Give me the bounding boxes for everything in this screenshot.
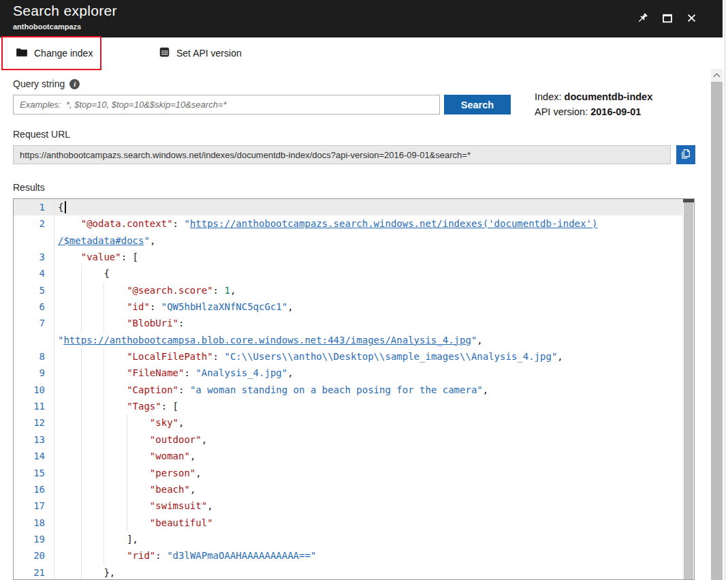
indent-guide (127, 431, 127, 448)
code-token: " (144, 235, 149, 246)
code-line: 8 "LocalFilePath": "C:\\Users\\antho\\De… (14, 348, 683, 365)
editor-scrollbar[interactable] (682, 199, 694, 579)
indent-guide (127, 465, 127, 481)
search-button[interactable]: Search (444, 95, 511, 115)
results-editor[interactable]: 1{2 "@odata.context": "https://anthoboot… (13, 198, 695, 580)
indent-guide (104, 382, 104, 398)
indent-guide (81, 498, 82, 514)
code-token: : (213, 351, 225, 362)
code-token (58, 550, 127, 561)
index-value: documentdb-index (565, 91, 653, 102)
indent-guide (81, 315, 82, 331)
line-number: 18 (14, 515, 54, 531)
code-token (58, 251, 81, 262)
query-string-label: Query string (13, 78, 65, 89)
code-line: 1{ (14, 199, 683, 215)
code-line: 12 "sky", (14, 414, 683, 431)
code-line: 11 "Tags": [ (14, 398, 683, 414)
indent-guide (104, 299, 104, 315)
code-link[interactable]: /$metadata#docs (58, 235, 144, 246)
change-index-label: Change index (34, 48, 93, 59)
results-code: 1{2 "@odata.context": "https://anthoboot… (14, 199, 683, 579)
editor-scrollbar-thumb[interactable] (684, 202, 693, 579)
indent-guide (104, 465, 104, 481)
indent-guide (81, 481, 82, 498)
indent-guide (81, 547, 82, 564)
query-string-label-row: Query string i (13, 78, 80, 89)
code-line: "https://anthobootcampsa.blob.core.windo… (14, 332, 683, 348)
line-number: 9 (14, 365, 54, 381)
blade-scrollbar[interactable] (711, 69, 723, 580)
code-line: 7 "BlobUri": (14, 315, 683, 331)
code-token: "swimsuit" (150, 500, 207, 511)
code-token: "beach" (150, 484, 190, 495)
indent-guide (81, 382, 82, 398)
maximize-icon[interactable] (661, 12, 674, 25)
indent-guide (81, 282, 82, 299)
indent-guide (127, 414, 127, 431)
code-token: ], (58, 534, 138, 545)
line-number (14, 332, 54, 348)
info-icon[interactable]: i (69, 79, 80, 89)
indent-guide (127, 498, 127, 514)
blade-header: Search explorer anthobootcampazs (0, 0, 723, 37)
keypad-icon (159, 46, 170, 60)
code-token: , (207, 500, 212, 511)
text-cursor (65, 201, 66, 213)
line-number: 12 (14, 414, 54, 431)
indent-guide (104, 398, 104, 414)
indent-guide (81, 414, 82, 431)
line-number: 7 (14, 315, 54, 331)
code-token: "C:\\Users\\antho\\Desktop\\sample_image… (224, 351, 557, 362)
code-token: "beautiful" (150, 517, 213, 528)
api-version-value: 2016-09-01 (590, 106, 641, 117)
request-url-label: Request URL (13, 129, 70, 140)
indent-guide (104, 515, 104, 531)
copy-button[interactable] (676, 145, 695, 164)
indent-guide (81, 265, 82, 281)
line-number: 15 (14, 465, 54, 481)
code-token: , (190, 484, 195, 495)
code-token (58, 218, 81, 229)
indent-guide (81, 448, 82, 464)
request-url-field[interactable] (13, 145, 671, 164)
indent-guide (127, 515, 127, 531)
close-icon[interactable] (685, 12, 698, 25)
code-link[interactable]: https://anthobootcampazs.search.windows.… (190, 218, 597, 229)
line-number: 10 (14, 382, 54, 398)
code-token (58, 301, 127, 312)
code-line: 6 "id": "QW5hbHlzaXNfNC5qcGc1", (14, 299, 683, 315)
code-line: 10 "Caption": "a woman standing on a bea… (14, 382, 683, 398)
code-token: "BlobUri" (127, 318, 178, 329)
set-api-version-button[interactable]: Set API version (159, 37, 242, 69)
indent-guide (81, 431, 82, 448)
query-string-input[interactable] (13, 95, 440, 115)
code-token: : [ (121, 251, 138, 262)
scroll-up-button[interactable] (711, 69, 723, 81)
line-number: 14 (14, 448, 54, 464)
line-number: 1 (14, 199, 54, 215)
blade-scrollbar-thumb[interactable] (711, 82, 723, 580)
code-token: "Caption" (127, 384, 178, 395)
code-line: 15 "person", (14, 465, 683, 481)
code-token: "Analysis_4.jpg" (195, 367, 287, 378)
code-token: : (178, 318, 184, 329)
change-index-button[interactable]: Change index (16, 37, 93, 69)
indent-guide (81, 348, 82, 365)
code-link[interactable]: https://anthobootcampsa.blob.core.window… (63, 335, 471, 346)
indent-guide (81, 398, 82, 414)
command-bar: Change index Set API version (0, 37, 723, 69)
code-token: 1 (224, 285, 230, 296)
pin-icon[interactable] (636, 12, 649, 25)
code-token: "outdoor" (150, 434, 202, 445)
code-token (58, 367, 127, 378)
code-line: 3 "value": [ (14, 249, 683, 265)
indent-guide (104, 365, 104, 381)
code-line: 18 "beautiful" (14, 515, 683, 531)
results-label: Results (13, 182, 45, 193)
indent-guide (104, 348, 104, 365)
code-token: "d3lWAPmaOAAHAAAAAAAAAA==" (167, 550, 316, 561)
code-token: : (155, 550, 167, 561)
code-line: /$metadata#docs", (14, 232, 683, 249)
code-token: "woman" (150, 451, 190, 461)
